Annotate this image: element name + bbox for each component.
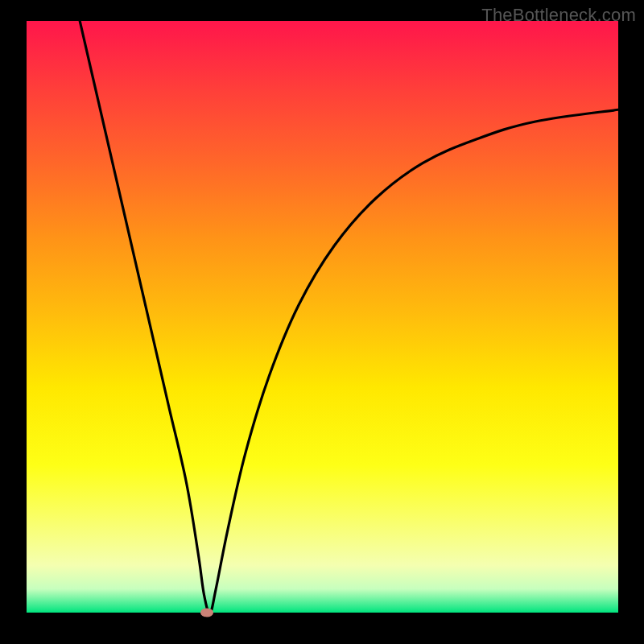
optimal-marker-icon: [200, 609, 213, 617]
watermark-label: TheBottleneck.com: [481, 5, 636, 26]
bottleneck-curve: [27, 21, 618, 613]
chart-area: [27, 21, 618, 613]
